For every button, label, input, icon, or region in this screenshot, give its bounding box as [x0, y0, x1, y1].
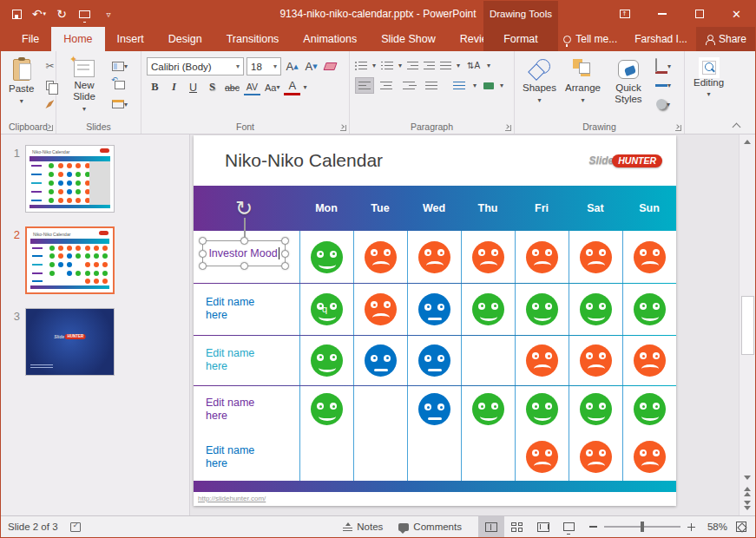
face-neutral[interactable]: [418, 393, 450, 425]
zoom-slider-thumb[interactable]: [641, 522, 644, 532]
slide-layout-icon[interactable]: ▾: [110, 58, 129, 74]
face-happy[interactable]: [526, 293, 558, 325]
collapse-ribbon-icon[interactable]: [731, 121, 743, 130]
face-sad[interactable]: [526, 241, 558, 273]
tab-home[interactable]: Home: [51, 27, 104, 51]
tab-format[interactable]: Format: [491, 33, 550, 45]
slide-title[interactable]: Niko-Niko Calendar: [225, 150, 383, 171]
scroll-up-icon[interactable]: [740, 134, 755, 148]
face-sad[interactable]: [634, 241, 666, 273]
tab-design[interactable]: Design: [156, 27, 214, 51]
row-name-text[interactable]: Edit name here: [206, 296, 268, 322]
face-sad[interactable]: [580, 441, 612, 473]
reset-slide-icon[interactable]: [110, 77, 129, 93]
selection-handle-bl[interactable]: [199, 262, 207, 270]
clear-formatting-icon[interactable]: [322, 58, 339, 75]
paste-button[interactable]: Paste ▾: [4, 55, 38, 120]
new-slide-button[interactable]: New Slide ▾: [60, 55, 108, 120]
rotation-handle-icon[interactable]: ↻: [235, 196, 253, 220]
calendar-cell[interactable]: [407, 335, 461, 385]
face-happy[interactable]: [311, 241, 343, 273]
align-right-icon[interactable]: [400, 77, 419, 94]
decrease-indent-icon[interactable]: [407, 61, 418, 71]
tab-animations[interactable]: Animations: [291, 27, 369, 51]
account-name[interactable]: Farshad I...: [626, 27, 696, 51]
calendar-cell[interactable]: [461, 283, 515, 335]
calendar-cell[interactable]: [622, 283, 676, 335]
paragraph-dialog-launcher[interactable]: [505, 125, 511, 131]
calendar-cell[interactable]: [299, 385, 353, 481]
underline-icon[interactable]: U: [185, 79, 201, 95]
face-happy[interactable]: [472, 293, 504, 325]
row-name-cell[interactable]: Edit name here: [194, 283, 299, 335]
calendar-cell[interactable]: [353, 385, 407, 481]
shape-fill-icon[interactable]: ▾: [654, 58, 673, 74]
smartart-icon[interactable]: [480, 77, 496, 94]
face-sad[interactable]: [418, 241, 450, 273]
normal-view-icon[interactable]: [478, 516, 504, 537]
selection-handle-tl[interactable]: [199, 237, 207, 245]
drawing-dialog-launcher[interactable]: [675, 125, 681, 131]
zoom-out-icon[interactable]: [589, 526, 597, 528]
font-color-chevron-icon[interactable]: ▾: [303, 83, 306, 91]
face-neutral[interactable]: [418, 293, 450, 325]
slideshow-view-icon[interactable]: [556, 516, 582, 537]
comments-button[interactable]: Comments: [391, 516, 470, 537]
font-color-icon[interactable]: A: [284, 79, 300, 95]
bullets-icon[interactable]: [355, 61, 367, 71]
italic-icon[interactable]: I: [166, 79, 182, 95]
arrange-button[interactable]: Arrange ▾: [561, 55, 605, 120]
calendar-cell[interactable]: [407, 231, 461, 283]
change-case-icon[interactable]: Aa▾: [263, 79, 281, 95]
shape-effects-icon[interactable]: ▾: [654, 96, 673, 112]
calendar-cell[interactable]: [299, 335, 353, 385]
row-name-text[interactable]: Edit name here: [206, 347, 268, 373]
close-button[interactable]: ✕: [718, 1, 755, 27]
ribbon-display-options-icon[interactable]: ↑: [606, 1, 643, 27]
slide-sorter-view-icon[interactable]: [504, 516, 530, 537]
face-happy[interactable]: [472, 393, 504, 425]
undo-icon[interactable]: ↶▾: [29, 3, 49, 24]
calendar-cell[interactable]: [515, 385, 569, 481]
calendar-cell[interactable]: [461, 385, 515, 481]
scrollbar-track[interactable]: [740, 148, 755, 470]
font-name-combobox[interactable]: Calibri (Body)▾: [147, 57, 244, 75]
calendar-cell[interactable]: [299, 231, 353, 283]
calendar-cell[interactable]: [407, 385, 461, 481]
face-neutral[interactable]: [365, 344, 397, 377]
face-sad[interactable]: [526, 344, 558, 377]
reading-view-icon[interactable]: [530, 516, 556, 537]
tab-slide-show[interactable]: Slide Show: [369, 27, 448, 51]
notes-button[interactable]: Notes: [335, 516, 391, 537]
font-dialog-launcher[interactable]: [340, 125, 346, 131]
calendar-cell[interactable]: [569, 335, 622, 385]
line-spacing-icon[interactable]: [440, 61, 451, 71]
face-sad[interactable]: [580, 241, 612, 273]
section-icon[interactable]: ▾: [110, 96, 129, 112]
selection-handle-bm[interactable]: [240, 262, 248, 270]
calendar-cell[interactable]: [569, 231, 622, 283]
selection-handle-br[interactable]: [281, 262, 289, 270]
face-neutral[interactable]: [418, 344, 450, 377]
bold-icon[interactable]: B: [147, 79, 163, 95]
decrease-font-size-icon[interactable]: A▼: [303, 58, 319, 75]
zoom-slider[interactable]: [604, 526, 680, 528]
character-spacing-icon[interactable]: AV: [244, 79, 260, 95]
selected-textbox[interactable]: Investor Mood↻: [202, 240, 286, 266]
calendar-cell[interactable]: [515, 283, 569, 335]
row-name-text[interactable]: Edit name here: [206, 444, 268, 470]
face-sad[interactable]: [472, 241, 504, 273]
text-direction-icon[interactable]: ⇅A: [465, 57, 482, 74]
calendar-cell[interactable]: [353, 231, 407, 283]
calendar-cell[interactable]: [622, 335, 676, 385]
slide-thumbnail-1[interactable]: 1Niko-Niko Calendar: [1, 145, 189, 213]
thumbnail-preview[interactable]: Niko-Niko Calendar: [25, 226, 115, 294]
calendar-cell[interactable]: [515, 335, 569, 385]
face-sad[interactable]: [526, 441, 558, 473]
thumbnail-preview[interactable]: SlideHUNTER: [25, 308, 115, 376]
strikethrough-icon[interactable]: abc: [223, 79, 241, 95]
tab-insert[interactable]: Insert: [105, 27, 156, 51]
row-name-cell[interactable]: Edit name hereEdit name here: [194, 385, 299, 481]
increase-font-size-icon[interactable]: A▲: [284, 58, 300, 75]
face-sad[interactable]: [365, 241, 397, 273]
